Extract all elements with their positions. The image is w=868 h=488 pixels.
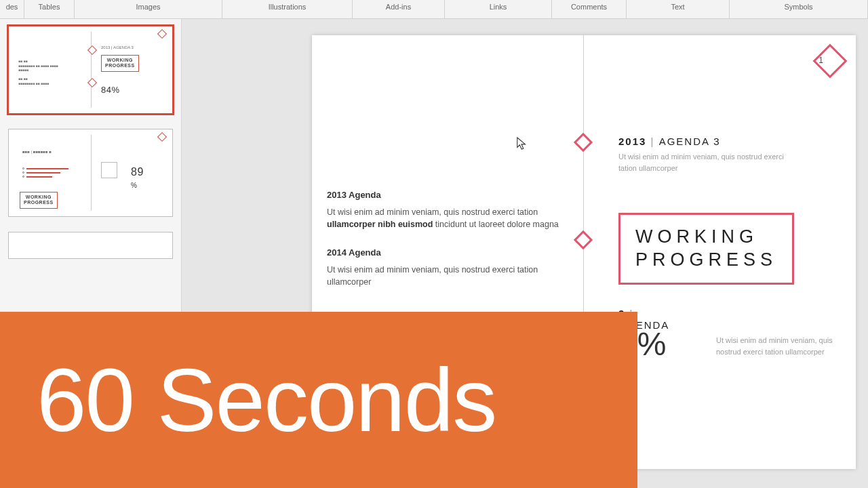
ribbon-group-symbols[interactable]: Symbols [730,0,868,19]
page-diamond-icon [813,44,848,79]
divider [91,135,92,211]
ribbon-group-comments[interactable]: Comments [552,0,627,19]
wp-line1: WORKING [635,226,777,249]
diamond-icon [87,78,97,87]
percent-side: Ut wisi enim ad minim veniam, quis nostr… [716,335,856,357]
percent-sub: Ut wisi enim ad minim veniam, quis nostr… [716,335,856,357]
section-title[interactable]: 2013 | AGENDA 3 [618,136,842,147]
ribbon-group-links[interactable]: Links [445,0,552,19]
ribbon-group-illustrations[interactable]: Illustrations [222,0,353,19]
ribbon-groups: des Tables Images Illustrations Add-ins … [0,0,868,19]
ribbon-group-addins[interactable]: Add-ins [353,0,445,19]
thumb-heading: 2013 | AGENDA 3 [101,45,134,51]
diamond-icon [574,230,593,249]
diamond-icon [574,133,593,152]
section-subtitle[interactable]: Ut wisi enim ad minim veniam, quis nostr… [618,151,795,174]
slide-right-column[interactable]: 2013 | AGENDA 3 Ut wisi enim ad minim ve… [618,136,842,174]
overlay-banner: 60 Seconds [0,312,637,488]
page-number: 1 [818,56,823,65]
diamond-icon [87,45,97,55]
slide-thumbnail-1[interactable]: ■■ ■■■■■■■■■■ ■■ ■■■■ ■■■■■■■■■■■ ■■■■■■… [8,26,173,114]
ribbon-group-tables[interactable]: Tables [24,0,75,19]
slide-thumbnail-2[interactable]: ■■■ | ■■■■■■ ■ 89% WORKINGPROGRESS [8,129,173,217]
thumb-text-block: ■■ ■■■■■■■■■■ ■■ ■■■■ ■■■■■■■■■■■ ■■■■■■… [18,59,79,85]
ribbon-group-slides[interactable]: des [0,0,24,19]
mouse-cursor-icon [516,136,528,151]
thumb-heading: ■■■ | ■■■■■■ ■ [22,150,52,155]
thumb-box: WORKINGPROGRESS [101,55,139,72]
banner-text: 60 Seconds [37,349,496,451]
thumb-bars [22,167,83,180]
thumb-box: WORKINGPROGRESS [20,192,58,209]
working-progress-box[interactable]: WORKING PROGRESS [618,213,794,285]
ribbon-group-images[interactable]: Images [75,0,222,19]
divider [91,32,92,108]
thumb-icon-box [101,162,117,178]
agenda-text-2013[interactable]: Ut wisi enim ad minim veniam, quis nostr… [327,206,571,232]
thumb-number: 89% [131,166,144,190]
thumb-percent: 84% [101,85,120,95]
agenda-text-2014[interactable]: Ut wisi enim ad minim veniam, quis nostr… [327,264,571,289]
slide-left-column[interactable]: 2013 Agenda Ut wisi enim ad minim veniam… [327,188,571,304]
agenda-heading-2013[interactable]: 2013 Agenda [327,188,571,202]
agenda-heading-2014[interactable]: 2014 Agenda [327,246,571,260]
wp-line2: PROGRESS [635,249,777,272]
diamond-icon [157,29,167,39]
slide-thumbnail-3[interactable] [8,232,173,259]
ribbon-group-text[interactable]: Text [627,0,730,19]
diamond-icon [157,132,167,142]
